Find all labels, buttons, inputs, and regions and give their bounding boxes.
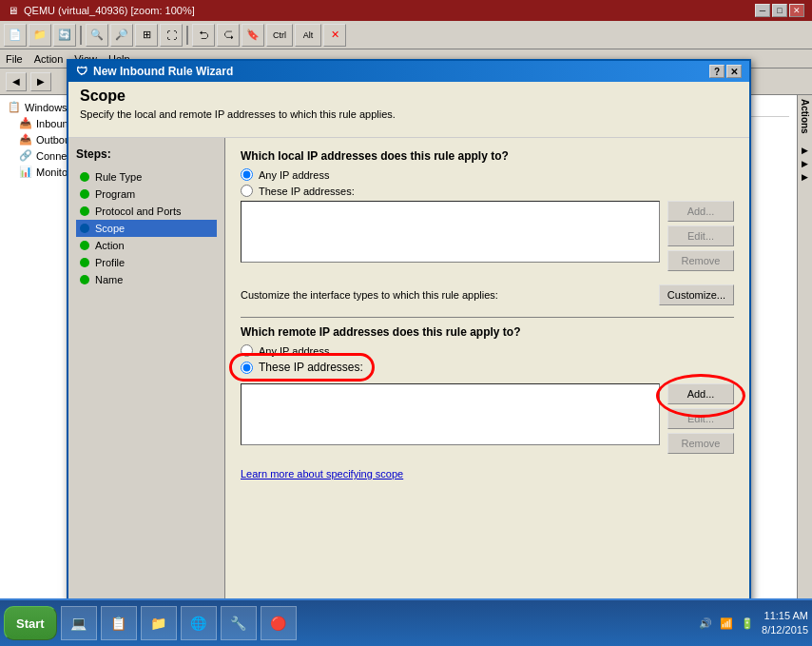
toolbar-bookmark[interactable]: 🔖: [242, 24, 264, 47]
local-any-ip-radio[interactable]: [241, 168, 253, 181]
step-rule-type[interactable]: Rule Type: [76, 168, 217, 186]
taskbar-icon-3: 📁: [149, 614, 168, 633]
toolbar-forward[interactable]: ⮎: [217, 24, 240, 47]
local-these-ip-radio[interactable]: [241, 185, 253, 197]
dialog-icon: 🛡: [76, 65, 87, 78]
local-edit-button[interactable]: Edit...: [667, 225, 734, 246]
step-dot-action: [80, 241, 89, 250]
step-name[interactable]: Name: [76, 271, 217, 288]
page-title: Scope: [80, 88, 738, 105]
step-program[interactable]: Program: [76, 186, 217, 203]
local-ip-section: Which local IP addresses does this rule …: [241, 149, 734, 271]
system-clock: 11:15 AM 8/12/2015: [762, 609, 808, 638]
toolbar-open[interactable]: 📁: [29, 24, 51, 47]
toolbar-zoom-fit[interactable]: ⊞: [135, 24, 158, 47]
clock-time: 11:15 AM: [762, 609, 808, 623]
taskbar-icon-1: 💻: [69, 614, 88, 633]
step-protocol-ports[interactable]: Protocol and Ports: [76, 203, 217, 220]
step-profile[interactable]: Profile: [76, 254, 217, 271]
tray-icon-battery: 🔋: [741, 617, 754, 630]
toolbar-sep-1: [80, 26, 82, 45]
taskbar-icon-4: 🌐: [189, 614, 208, 633]
remote-these-ip-radio[interactable]: [241, 362, 253, 374]
customize-row: Customize the interface types to which t…: [241, 284, 734, 305]
dialog-close-button[interactable]: ✕: [726, 65, 742, 78]
remote-any-ip-label: Any IP address: [259, 345, 329, 357]
toolbar-ctrl[interactable]: Ctrl: [266, 24, 293, 47]
local-any-ip-row: Any IP address: [241, 168, 734, 181]
taskbar-item-6[interactable]: 🔴: [261, 606, 297, 640]
local-these-ip-label: These IP addresses:: [259, 186, 355, 197]
remote-ip-textarea[interactable]: [241, 383, 660, 445]
taskbar-icon-2: 📋: [109, 614, 128, 633]
local-add-button[interactable]: Add...: [667, 201, 734, 222]
local-ip-textarea[interactable]: [241, 201, 660, 263]
remote-ip-buttons: Add... Edit... Remove: [667, 383, 734, 454]
clock-date: 8/12/2015: [762, 623, 808, 637]
taskbar-item-3[interactable]: 📁: [141, 606, 177, 640]
toolbar-back[interactable]: ⮌: [192, 24, 215, 47]
tray-icon-network: 📶: [720, 617, 733, 630]
local-these-ip-row: These IP addresses:: [241, 185, 734, 197]
toolbar-fullscreen[interactable]: ⛶: [160, 24, 183, 47]
local-remove-button[interactable]: Remove: [667, 250, 734, 271]
toolbar-new[interactable]: 📄: [4, 24, 27, 47]
qemu-title: QEMU (virtual_40936) [zoom: 100%]: [24, 5, 195, 16]
remote-add-button-wrapper: Add...: [667, 383, 734, 404]
maximize-button[interactable]: □: [772, 4, 787, 17]
local-ip-title: Which local IP addresses does this rule …: [241, 149, 734, 163]
dialog-title-bar: 🛡 New Inbound Rule Wizard ? ✕: [68, 61, 749, 82]
taskbar-icon-6: 🔴: [269, 614, 288, 633]
toolbar-send-key[interactable]: ✕: [323, 24, 346, 47]
dialog-container: 🛡 New Inbound Rule Wizard ? ✕ Scope Spec…: [57, 49, 812, 598]
minimize-button[interactable]: ─: [755, 4, 770, 17]
remote-edit-button[interactable]: Edit...: [667, 408, 734, 429]
steps-title: Steps:: [76, 147, 217, 161]
remote-these-ip-row: These IP addresses:: [241, 361, 363, 374]
taskbar-item-4[interactable]: 🌐: [181, 606, 217, 640]
taskbar-item-1[interactable]: 💻: [61, 606, 97, 640]
step-scope[interactable]: Scope: [76, 220, 217, 237]
step-dot-name: [80, 275, 89, 284]
tray-icon-sound: 🔊: [699, 617, 712, 630]
toolbar-zoom-in[interactable]: 🔎: [110, 24, 133, 47]
step-dot-protocol: [80, 206, 89, 216]
step-dot-profile: [80, 258, 89, 267]
qemu-title-bar: 🖥 QEMU (virtual_40936) [zoom: 100%] ─ □ …: [0, 0, 812, 21]
dialog-help-button[interactable]: ?: [709, 65, 725, 78]
remote-ip-section: Which remote IP addresses does this rule…: [241, 325, 734, 454]
dialog-header: Scope Specify the local and remote IP ad…: [68, 82, 749, 138]
page-subtitle: Specify the local and remote IP addresse…: [80, 108, 738, 120]
toolbar-alt[interactable]: Alt: [295, 24, 321, 47]
step-dot-program: [80, 189, 89, 199]
remote-any-ip-row: Any IP address: [241, 344, 734, 357]
learn-more-container: Learn more about specifying scope: [241, 467, 734, 480]
nav-back[interactable]: ◀: [6, 72, 27, 91]
step-dot-scope: [80, 224, 89, 233]
remote-add-button[interactable]: Add...: [667, 383, 734, 404]
step-action[interactable]: Action: [76, 237, 217, 254]
remote-these-ip-label: These IP addresses:: [259, 361, 363, 374]
remote-any-ip-radio[interactable]: [241, 344, 253, 357]
local-ip-buttons: Add... Edit... Remove: [667, 201, 734, 271]
menu-file[interactable]: File: [6, 53, 23, 65]
customize-label: Customize the interface types to which t…: [241, 289, 498, 301]
nav-forward[interactable]: ▶: [30, 72, 51, 91]
close-button[interactable]: ✕: [789, 4, 804, 17]
remote-remove-button[interactable]: Remove: [667, 433, 734, 454]
remote-ip-controls: Add... Edit... Remove: [241, 383, 734, 454]
taskbar-icon-5: 🔧: [229, 614, 248, 633]
start-button[interactable]: Start: [4, 606, 57, 640]
content-panel: Which local IP addresses does this rule …: [225, 138, 749, 614]
toolbar-refresh[interactable]: 🔄: [53, 24, 76, 47]
new-inbound-rule-dialog: 🛡 New Inbound Rule Wizard ? ✕ Scope Spec…: [67, 59, 751, 646]
toolbar-sep-2: [186, 26, 188, 45]
toolbar-zoom-out[interactable]: 🔍: [86, 24, 108, 47]
customize-button[interactable]: Customize...: [659, 284, 734, 305]
learn-more-link[interactable]: Learn more about specifying scope: [241, 468, 403, 480]
section-divider: [241, 317, 734, 318]
qemu-icon: 🖥: [8, 5, 18, 16]
taskbar-item-2[interactable]: 📋: [101, 606, 137, 640]
local-ip-controls: Add... Edit... Remove: [241, 201, 734, 271]
taskbar-item-5[interactable]: 🔧: [221, 606, 257, 640]
